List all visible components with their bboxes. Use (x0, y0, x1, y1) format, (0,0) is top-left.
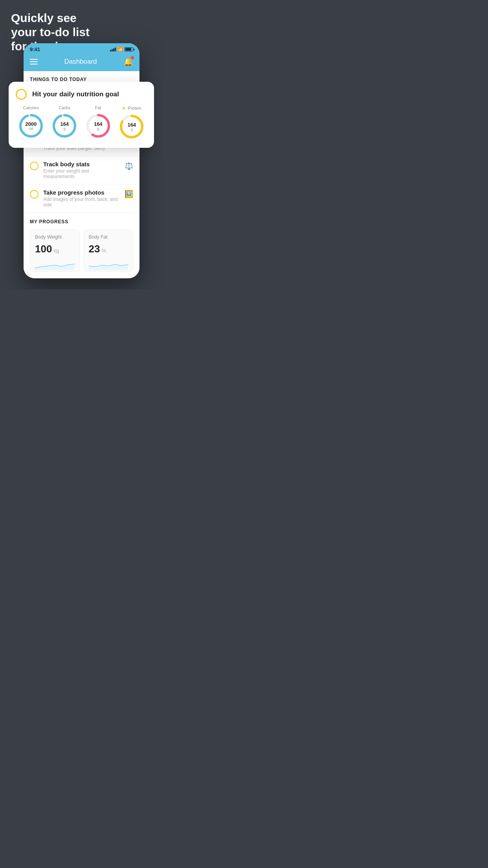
body-weight-title: Body Weight (35, 234, 75, 240)
progress-section: MY PROGRESS Body Weight 100 kg (24, 213, 139, 278)
hero-line1: Quickly see (11, 11, 90, 25)
fat-donut: 164 g (85, 112, 112, 139)
nutrition-protein: ★ Protein 164 g (118, 105, 145, 140)
hero-line2: your to-do list (11, 25, 90, 39)
list-item[interactable]: Track body stats Enter your weight and m… (24, 156, 139, 184)
card-title: Hit your daily nutrition goal (32, 90, 119, 98)
carbs-label: Carbs (59, 105, 70, 110)
todo-circle-photos (30, 190, 39, 199)
protein-label: ★ Protein (122, 105, 141, 111)
battery-icon (125, 47, 133, 51)
nutrition-card: Hit your daily nutrition goal Calories 2… (9, 82, 154, 148)
protein-value: 164 (127, 122, 136, 127)
calories-value: 2000 (25, 121, 37, 127)
nutrition-fat: Fat 164 g (85, 105, 112, 140)
signal-icon (110, 48, 116, 51)
nutrition-carbs: Carbs 164 g (51, 105, 78, 140)
carbs-value: 164 (60, 121, 69, 127)
todo-text-body: Track body stats Enter your weight and m… (43, 161, 120, 179)
todo-title-body: Track body stats (43, 161, 120, 167)
scale-icon: ⚖️ (125, 162, 133, 170)
nutrition-calories: Calories 2000 cal (18, 105, 44, 140)
status-bar: 9:41 📶 (24, 43, 139, 54)
fat-label: Fat (95, 105, 101, 110)
progress-section-title: MY PROGRESS (30, 219, 133, 224)
calories-unit: cal (25, 127, 37, 131)
portrait-icon: 🖼️ (125, 190, 133, 199)
todo-subtitle-body: Enter your weight and measurements (43, 168, 120, 179)
notification-button[interactable]: 🔔 (123, 57, 133, 66)
menu-button[interactable] (30, 59, 38, 64)
status-time: 9:41 (30, 46, 40, 52)
card-circle-check (16, 89, 27, 100)
body-fat-card[interactable]: Body Fat 23 % (84, 229, 134, 272)
nav-bar: Dashboard 🔔 (24, 54, 139, 71)
body-weight-card[interactable]: Body Weight 100 kg (30, 229, 80, 272)
status-icons: 📶 (110, 47, 133, 52)
calories-label: Calories (23, 105, 39, 110)
body-weight-value: 100 kg (35, 243, 75, 255)
body-fat-value: 23 % (89, 243, 128, 255)
body-weight-unit: kg (53, 248, 59, 254)
page-container: Quickly see your to-do list for the day.… (0, 0, 163, 289)
protein-donut: 164 g (118, 113, 145, 140)
body-fat-title: Body Fat (89, 234, 128, 240)
fat-unit: g (94, 127, 103, 131)
phone-mockup: 9:41 📶 Dashboard (24, 43, 139, 278)
body-weight-sparkline (35, 258, 75, 270)
body-fat-unit: % (101, 248, 106, 254)
star-icon: ★ (122, 105, 126, 111)
body-fat-sparkline (89, 258, 128, 270)
todo-circle-body (30, 162, 39, 170)
nav-title: Dashboard (64, 58, 97, 66)
todo-text-photos: Take progress photos Add images of your … (43, 189, 120, 208)
progress-cards: Body Weight 100 kg Body Fat (30, 229, 133, 272)
notification-dot (131, 56, 134, 59)
list-item[interactable]: Take progress photos Add images of your … (24, 184, 139, 213)
wifi-icon: 📶 (117, 47, 123, 52)
protein-unit: g (127, 127, 136, 131)
todo-title-photos: Take progress photos (43, 189, 120, 196)
todo-subtitle-photos: Add images of your front, back, and side (43, 197, 120, 208)
calories-donut: 2000 cal (18, 112, 44, 139)
fat-value: 164 (94, 121, 103, 127)
card-header: Hit your daily nutrition goal (16, 89, 147, 100)
carbs-unit: g (60, 127, 69, 131)
nutrition-row: Calories 2000 cal Carbs (16, 105, 147, 140)
carbs-donut: 164 g (51, 112, 78, 139)
